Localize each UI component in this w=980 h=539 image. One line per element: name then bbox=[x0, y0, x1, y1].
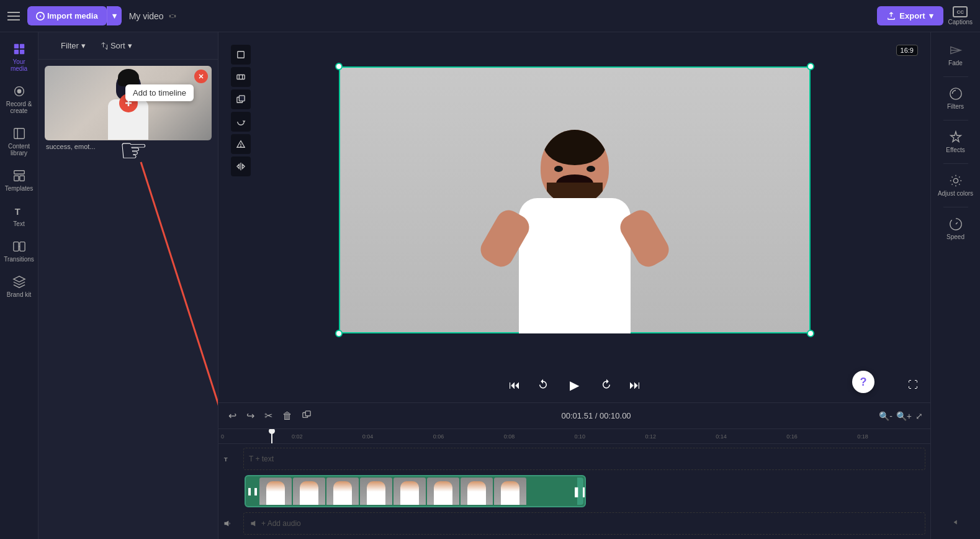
timeline-tracks: T T + text ❚❚ bbox=[218, 444, 930, 539]
ruler-mark-4: 0:08 bbox=[504, 433, 575, 440]
media-label: success, emot... bbox=[45, 143, 212, 150]
skip-forward-button[interactable]: ⏭ bbox=[627, 376, 643, 394]
zoom-in-button[interactable]: 🔍+ bbox=[896, 411, 912, 421]
svg-rect-10 bbox=[19, 176, 24, 181]
ruler-mark-6: 0:12 bbox=[645, 433, 716, 440]
redo-button[interactable]: ↪ bbox=[244, 407, 257, 424]
ruler-mark-0: 0 bbox=[221, 433, 292, 440]
ruler-mark-9: 0:18 bbox=[857, 433, 928, 440]
clip-frame-8 bbox=[494, 478, 526, 505]
right-tool-speed[interactable]: Speed bbox=[933, 211, 978, 247]
ruler-mark-1: 0:02 bbox=[292, 433, 362, 440]
play-button[interactable]: ▶ bbox=[564, 374, 586, 396]
filter-button[interactable]: Filter ▾ bbox=[46, 38, 91, 53]
svg-rect-2 bbox=[14, 50, 18, 54]
sidebar-item-content-library[interactable]: Content library bbox=[2, 122, 37, 161]
sort-button[interactable]: Sort ▾ bbox=[96, 38, 137, 53]
flip-tool-button[interactable] bbox=[231, 156, 251, 176]
clip-end-handle[interactable]: ❚❚ bbox=[577, 478, 583, 505]
media-panel-toolbar: Filter ▾ Sort ▾ bbox=[38, 32, 218, 60]
topbar: Import media ▾ My video Export ▾ CC Capt… bbox=[0, 0, 980, 32]
timeline: ↩ ↪ ✂ 🗑 00:01.51 / 00:10.00 🔍- 🔍+ ⤢ bbox=[218, 402, 930, 539]
rotate-tool-button[interactable] bbox=[231, 112, 251, 132]
sidebar-item-your-media[interactable]: Your media bbox=[2, 37, 37, 77]
delete-button[interactable]: 🗑 bbox=[280, 408, 295, 424]
right-sidebar: Fade Filters Effects Adjust colors Speed bbox=[930, 32, 980, 539]
sidebar-item-record-create[interactable]: Record & create bbox=[2, 79, 37, 119]
svg-rect-8 bbox=[14, 171, 24, 174]
svg-rect-6 bbox=[14, 129, 24, 139]
ruler-marks: 0 0:02 0:04 0:06 0:08 0:10 0:12 0:14 0:1… bbox=[218, 429, 930, 443]
sidebar-item-templates[interactable]: Templates bbox=[2, 164, 37, 197]
duplicate-tool-button[interactable] bbox=[231, 89, 251, 109]
fullscreen-button[interactable]: ⛶ bbox=[908, 379, 918, 391]
right-sidebar-divider-4 bbox=[943, 207, 968, 207]
clip-frame-1 bbox=[259, 478, 292, 505]
add-to-timeline-tooltip: Add to timeline bbox=[125, 84, 194, 101]
svg-point-24 bbox=[241, 146, 241, 147]
clip-frames bbox=[259, 478, 576, 505]
captions-button[interactable]: CC Captions bbox=[948, 6, 973, 25]
trim-tool-button[interactable] bbox=[231, 67, 251, 87]
clip-pause-btn[interactable]: ❚❚ bbox=[247, 486, 258, 497]
clip-frame-6 bbox=[427, 478, 459, 505]
import-media-button[interactable]: Import media bbox=[27, 6, 107, 25]
forward-button[interactable] bbox=[598, 376, 614, 395]
audio-track: + Add audio bbox=[218, 511, 930, 536]
video-preview: 16:9 bbox=[218, 32, 930, 368]
ruler-mark-2: 0:04 bbox=[362, 433, 433, 440]
sidebar-item-text[interactable]: T Text bbox=[2, 199, 37, 232]
audio-track-content[interactable]: + Add audio bbox=[243, 512, 925, 535]
ruler-mark-3: 0:06 bbox=[433, 433, 504, 440]
ruler-mark-7: 0:14 bbox=[716, 433, 786, 440]
left-sidebar: Your media Record & create Content libra… bbox=[0, 32, 38, 539]
svg-point-5 bbox=[17, 89, 21, 93]
delete-badge[interactable] bbox=[194, 70, 208, 83]
right-sidebar-collapse[interactable] bbox=[951, 518, 960, 534]
warning-tool-button[interactable] bbox=[231, 134, 251, 154]
captions-icon: CC bbox=[953, 6, 968, 17]
tab-title: My video bbox=[129, 11, 178, 21]
selection-handle-bl[interactable] bbox=[335, 330, 343, 337]
selection-handle-tl[interactable] bbox=[335, 63, 343, 70]
right-tool-fade[interactable]: Fade bbox=[933, 37, 978, 73]
undo-button[interactable]: ↩ bbox=[226, 407, 239, 424]
video-track-content: ❚❚ bbox=[243, 475, 925, 507]
playhead[interactable] bbox=[271, 429, 272, 443]
video-tools bbox=[231, 45, 251, 176]
duplicate-button[interactable] bbox=[300, 408, 313, 424]
export-button[interactable]: Export ▾ bbox=[877, 6, 943, 25]
video-controls: ⏮ ▶ ⏭ ⛶ bbox=[218, 368, 930, 402]
rewind-button[interactable] bbox=[535, 376, 551, 395]
sidebar-item-brand-kit[interactable]: Brand kit bbox=[2, 270, 37, 303]
main-content: Your media Record & create Content libra… bbox=[0, 32, 980, 539]
skip-back-button[interactable]: ⏮ bbox=[506, 376, 523, 394]
aspect-ratio-badge: 16:9 bbox=[896, 45, 918, 56]
import-chevron-button[interactable]: ▾ bbox=[107, 6, 122, 25]
right-tool-filters[interactable]: Filters bbox=[933, 81, 978, 116]
text-track-content[interactable]: T + text bbox=[243, 448, 925, 470]
selection-handle-tr[interactable] bbox=[807, 63, 814, 70]
video-clip[interactable]: ❚❚ bbox=[245, 475, 586, 507]
help-button[interactable]: ? bbox=[852, 371, 874, 393]
topbar-left: Import media ▾ My video bbox=[7, 6, 870, 25]
media-item[interactable]: success, emot... Add to timeline bbox=[45, 66, 212, 533]
ruler-mark-5: 0:10 bbox=[575, 433, 645, 440]
svg-rect-26 bbox=[305, 410, 310, 415]
sidebar-item-transitions[interactable]: Transitions bbox=[2, 235, 37, 268]
svg-rect-9 bbox=[14, 176, 18, 181]
crop-tool-button[interactable] bbox=[231, 45, 251, 65]
svg-rect-1 bbox=[19, 44, 24, 48]
svg-point-28 bbox=[950, 88, 961, 99]
clip-frame-7 bbox=[461, 478, 493, 505]
right-tool-adjust-colors[interactable]: Adjust colors bbox=[933, 168, 978, 203]
text-track: T T + text bbox=[218, 446, 930, 471]
menu-icon[interactable] bbox=[7, 12, 20, 20]
timeline-body: 0 0:02 0:04 0:06 0:08 0:10 0:12 0:14 0:1… bbox=[218, 429, 930, 539]
cut-button[interactable]: ✂ bbox=[262, 407, 275, 424]
fit-button[interactable]: ⤢ bbox=[915, 411, 923, 421]
selection-handle-br[interactable] bbox=[807, 330, 814, 337]
svg-rect-17 bbox=[238, 52, 245, 58]
right-tool-effects[interactable]: Effects bbox=[933, 124, 978, 160]
zoom-out-button[interactable]: 🔍- bbox=[879, 411, 892, 421]
